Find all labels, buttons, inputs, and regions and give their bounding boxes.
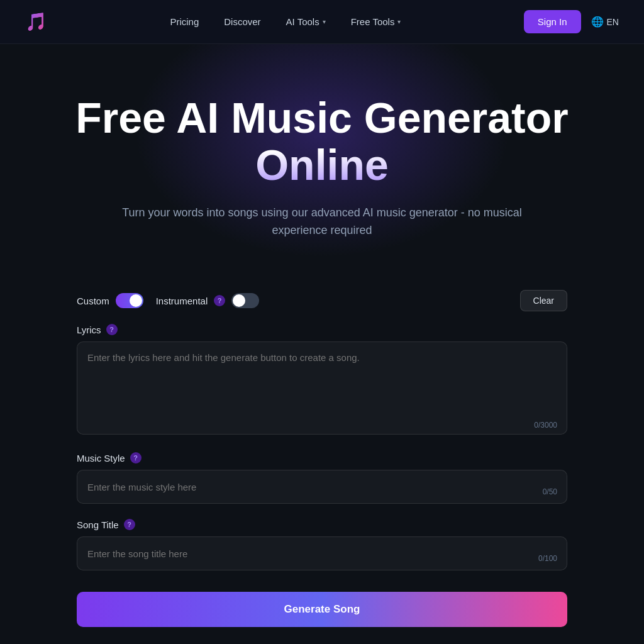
lyrics-field-group: Lyrics ? 0/3000 bbox=[77, 324, 567, 437]
nav-links: Pricing Discover AI Tools ▾ Free Tools ▾ bbox=[170, 16, 401, 27]
instrumental-toggle-track bbox=[231, 293, 259, 308]
lyrics-label: Lyrics ? bbox=[77, 324, 567, 335]
hero-section: Free AI Music Generator Online Turn your… bbox=[0, 44, 644, 277]
generate-button[interactable]: Generate Song bbox=[77, 592, 567, 627]
chevron-down-icon: ▾ bbox=[397, 18, 401, 25]
chevron-down-icon: ▾ bbox=[323, 18, 326, 25]
controls-row: Custom Instrumental ? bbox=[77, 290, 567, 311]
nav-link-discover[interactable]: Discover bbox=[224, 16, 260, 27]
instrumental-toggle-thumb bbox=[233, 294, 245, 307]
custom-toggle[interactable] bbox=[116, 293, 143, 308]
song-title-char-count: 0/100 bbox=[538, 554, 557, 563]
nav-right: Sign In 🌐 EN bbox=[524, 10, 619, 33]
custom-toggle-group: Custom bbox=[77, 293, 143, 308]
sign-in-button[interactable]: Sign In bbox=[524, 10, 581, 33]
lyrics-wrapper: 0/3000 bbox=[77, 341, 567, 437]
instrumental-label: Instrumental bbox=[156, 296, 208, 306]
instrumental-help-icon[interactable]: ? bbox=[214, 295, 225, 306]
music-style-input[interactable] bbox=[77, 470, 567, 504]
song-title-field-group: Song Title ? 0/100 bbox=[77, 519, 567, 570]
logo-icon: 🎵 bbox=[25, 11, 47, 32]
translate-icon: 🌐 bbox=[591, 16, 604, 28]
clear-button[interactable]: Clear bbox=[520, 290, 567, 311]
language-button[interactable]: 🌐 EN bbox=[591, 16, 619, 28]
custom-toggle-thumb bbox=[130, 294, 142, 307]
nav-link-ai-tools[interactable]: AI Tools ▾ bbox=[286, 16, 326, 27]
song-title-wrapper: 0/100 bbox=[77, 536, 567, 570]
instrumental-toggle[interactable] bbox=[231, 293, 259, 308]
music-style-wrapper: 0/50 bbox=[77, 470, 567, 504]
main-content: Custom Instrumental ? bbox=[52, 290, 592, 644]
nav-link-pricing[interactable]: Pricing bbox=[170, 16, 199, 27]
music-style-field-group: Music Style ? 0/50 bbox=[77, 452, 567, 504]
hero-title: Free AI Music Generator Online bbox=[25, 94, 619, 189]
nav-link-free-tools[interactable]: Free Tools ▾ bbox=[351, 16, 401, 27]
controls-left: Custom Instrumental ? bbox=[77, 293, 259, 308]
music-style-help-icon[interactable]: ? bbox=[130, 452, 142, 464]
song-title-input[interactable] bbox=[77, 536, 567, 570]
song-title-help-icon[interactable]: ? bbox=[124, 519, 135, 530]
navbar: 🎵 Pricing Discover AI Tools ▾ Free Tools… bbox=[0, 0, 644, 44]
lyrics-help-icon[interactable]: ? bbox=[106, 324, 118, 335]
lyrics-textarea[interactable] bbox=[77, 341, 567, 435]
custom-toggle-track bbox=[116, 293, 143, 308]
language-label: EN bbox=[607, 17, 619, 27]
custom-label: Custom bbox=[77, 296, 109, 306]
music-style-label: Music Style ? bbox=[77, 452, 567, 464]
music-style-char-count: 0/50 bbox=[543, 487, 557, 496]
instrumental-toggle-group: Instrumental ? bbox=[156, 293, 260, 308]
hero-subtitle: Turn your words into songs using our adv… bbox=[121, 204, 523, 240]
song-title-label: Song Title ? bbox=[77, 519, 567, 530]
lyrics-char-count: 0/3000 bbox=[534, 421, 557, 430]
logo[interactable]: 🎵 bbox=[25, 11, 47, 32]
